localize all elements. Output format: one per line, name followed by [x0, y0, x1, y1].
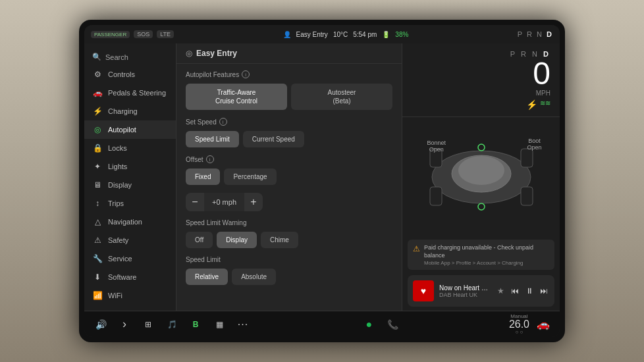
pedals-icon: 🚗 [92, 88, 103, 97]
set-speed-info-icon[interactable]: i [219, 118, 227, 126]
speed-limit-warning-label: Speed Limit Warning [186, 219, 392, 226]
screen-button[interactable]: ▦ [209, 315, 229, 334]
car-visualization: Bonnet Open Boot Open [402, 117, 560, 237]
bluetooth-button[interactable]: B [186, 315, 205, 334]
sidebar-label-locks: Locks [108, 144, 127, 152]
autopilot-icon: ◎ [92, 125, 103, 134]
charging-icon: ⚡ [92, 107, 103, 116]
speed-value: 0 [533, 58, 550, 90]
svg-point-2 [458, 156, 504, 185]
set-speed-buttons: Speed Limit Current Speed [186, 131, 392, 147]
sidebar-item-pedals[interactable]: 🚗 Pedals & Steering [84, 84, 176, 102]
offset-info-icon[interactable]: i [206, 155, 214, 163]
speed-display: P R N D 0 MPH ⚡ ≋≋ [402, 43, 560, 117]
panel-header-title: Easy Entry [196, 49, 237, 58]
panel-header-icon: ◎ [186, 49, 192, 58]
temperature-control[interactable]: Manual 26.0 ○ ○ [509, 314, 529, 335]
chime-button[interactable]: Chime [261, 232, 298, 248]
passenger-badge: PASSENGER [91, 31, 130, 38]
right-panel: P R N D 0 MPH ⚡ ≋≋ [402, 43, 560, 311]
sidebar-item-software[interactable]: ⬇ Software [84, 268, 176, 286]
car-status-icon[interactable]: 🚗 [533, 315, 553, 334]
status-bar-right: P R N D [518, 30, 553, 38]
apps-button[interactable]: ⊞ [138, 315, 158, 334]
navigation-icon: △ [92, 217, 103, 226]
now-playing-text: Now on Heart UK: Teddy [439, 284, 491, 292]
offset-type-buttons: Fixed Percentage [186, 168, 392, 185]
pause-button[interactable]: ⏸ [524, 285, 535, 297]
person-icon: 👤 [283, 31, 291, 38]
sidebar-item-navigation[interactable]: △ Navigation [84, 213, 176, 231]
sidebar-label-wifi: WiFi [108, 292, 122, 299]
ev-icon: ⚡ [526, 99, 537, 110]
sidebar-label-pedals: Pedals & Steering [108, 89, 166, 97]
svg-point-8 [478, 203, 485, 210]
battery-icon: 🔋 [382, 31, 390, 38]
status-bar: PASSENGER SOS LTE 👤 Easy Entry 10°C 5:54… [84, 25, 560, 43]
safety-icon: ⚠ [92, 236, 103, 245]
traffic-aware-button[interactable]: Traffic-AwareCruise Control [186, 84, 287, 110]
offset-label: Offset i [186, 155, 392, 163]
more-button[interactable]: ··· [233, 315, 253, 334]
sidebar-item-lights[interactable]: ✦ Lights [84, 157, 176, 176]
regen-icon: ≋≋ [540, 99, 550, 110]
fixed-button[interactable]: Fixed [186, 168, 220, 185]
nav-arrow-button[interactable]: › [115, 315, 134, 334]
main-screen: PASSENGER SOS LTE 👤 Easy Entry 10°C 5:54… [84, 25, 560, 337]
sidebar-item-wifi[interactable]: 📶 WiFi [84, 286, 176, 305]
spotify-button[interactable]: ● [359, 315, 379, 334]
music-controls: ★ ⏮ ⏸ ⏭ [496, 285, 549, 297]
stepper-plus-button[interactable]: + [244, 193, 263, 211]
volume-button[interactable]: 🔊 [91, 315, 111, 334]
speed-limit-label: Speed Limit [186, 256, 392, 263]
phone-button[interactable]: 📞 [383, 315, 402, 334]
temp-value: 26.0 [509, 319, 529, 330]
next-track-button[interactable]: ⏭ [539, 285, 549, 297]
sidebar-item-charging[interactable]: ⚡ Charging [84, 102, 176, 120]
sidebar-item-service[interactable]: 🔧 Service [84, 249, 176, 268]
speed-limit-warning-buttons: Off Display Chime [186, 232, 392, 248]
music-station-label: DAB Heart UK [439, 292, 491, 298]
relative-button[interactable]: Relative [186, 269, 228, 285]
sidebar-search-item[interactable]: 🔍 Search [84, 49, 176, 65]
music-info: Now on Heart UK: Teddy DAB Heart UK [439, 284, 491, 298]
warning-icon: ⚠ [413, 244, 420, 253]
display-icon: 🖥 [92, 180, 103, 190]
stepper-value-display: +0 mph [204, 193, 244, 211]
sidebar-label-autopilot: Autopilot [108, 126, 136, 134]
main-area: 🔍 Search ⚙ Controls 🚗 Pedals & Steering … [84, 43, 560, 311]
sidebar-label-lights: Lights [108, 163, 127, 170]
stepper-minus-button[interactable]: − [186, 193, 204, 211]
center-panel: ◎ Easy Entry Autopilot Features i Traffi… [176, 43, 402, 311]
display-button[interactable]: Display [217, 232, 257, 248]
off-button[interactable]: Off [186, 232, 213, 248]
sidebar-item-controls[interactable]: ⚙ Controls [84, 65, 176, 84]
panel-content: Autopilot Features i Traffic-AwareCruise… [176, 64, 402, 311]
sidebar-item-locks[interactable]: 🔒 Locks [84, 139, 176, 157]
sidebar-item-safety[interactable]: ⚠ Safety [84, 231, 176, 249]
sidebar-label-safety: Safety [108, 236, 128, 244]
temperature-display: 10°C [333, 31, 348, 38]
sidebar-item-trips[interactable]: ↕ Trips [84, 194, 176, 213]
autosteer-button[interactable]: Autosteer(Beta) [291, 84, 392, 110]
radio-logo: ♥ [413, 280, 434, 301]
current-speed-button[interactable]: Current Speed [243, 131, 304, 147]
lte-badge: LTE [157, 30, 174, 38]
prev-track-button[interactable]: ⏮ [510, 285, 520, 297]
service-icon: 🔧 [92, 254, 103, 263]
sidebar-item-display[interactable]: 🖥 Display [84, 176, 176, 194]
percentage-button[interactable]: Percentage [224, 168, 276, 185]
autopilot-info-icon[interactable]: i [242, 70, 250, 78]
absolute-button[interactable]: Absolute [232, 269, 276, 285]
sidebar-label-software: Software [108, 273, 136, 281]
bonnet-label: Bonnet Open [427, 140, 446, 153]
speed-unit: MPH [536, 90, 550, 97]
sidebar-item-autopilot[interactable]: ◎ Autopilot [84, 120, 176, 139]
screen-bezel: PASSENGER SOS LTE 👤 Easy Entry 10°C 5:54… [79, 20, 565, 342]
favorite-button[interactable]: ★ [496, 285, 506, 297]
software-icon: ⬇ [92, 272, 103, 282]
speed-limit-button[interactable]: Speed Limit [186, 131, 239, 147]
media-button[interactable]: 🎵 [162, 315, 182, 334]
svg-rect-6 [521, 187, 533, 205]
prnd-indicator: P R N D [518, 30, 553, 38]
